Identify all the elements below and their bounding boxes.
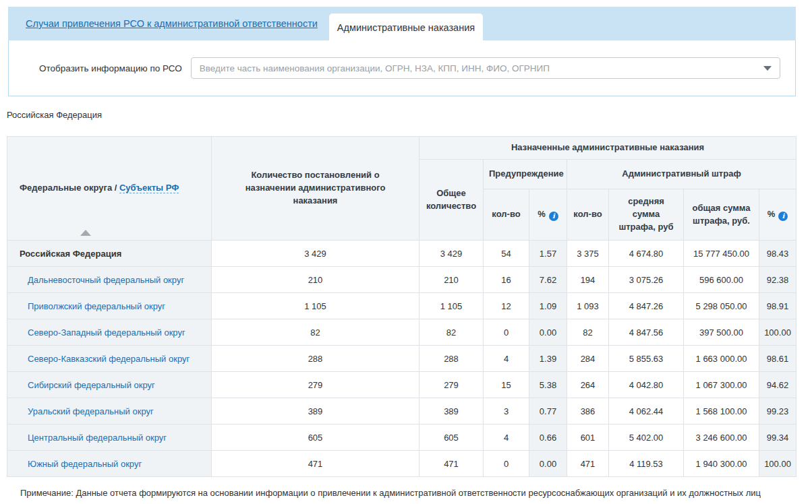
total-fine-amount-cell: 1 568 100.00 [684, 398, 759, 424]
total-fine-amount-cell: 1 067 300.00 [684, 372, 759, 398]
table-body: Российская Федерация3 4293 429541.573 37… [7, 241, 796, 477]
tab-rso-cases[interactable]: Случаи привлечения РСО к административно… [26, 7, 318, 40]
column-header-warning-percent: %i [529, 189, 567, 241]
warning-percent-cell: 0.66 [529, 424, 567, 451]
fine-count-cell: 601 [567, 424, 609, 451]
tabs-container: Случаи привлечения РСО к административно… [8, 7, 796, 96]
column-header-fine-count: кол-во [567, 189, 609, 241]
total-fine-amount-cell: 15 777 450.00 [684, 241, 759, 267]
warning-percent-cell: 1.09 [529, 293, 567, 319]
region-link[interactable]: Южный федеральный округ [28, 459, 142, 469]
sort-ascending-icon[interactable] [80, 230, 91, 236]
total-count-cell: 605 [419, 424, 484, 451]
avg-fine-amount-cell: 4 042.80 [609, 372, 684, 398]
warning-count-cell: 3 [484, 398, 529, 424]
fine-percent-cell: 100.00 [759, 319, 796, 346]
warning-percent-cell: 0.00 [529, 451, 567, 477]
warning-count-cell: 0 [484, 451, 529, 477]
fine-count-cell: 264 [567, 372, 609, 398]
table-row: Дальневосточный федеральный округ2102101… [7, 267, 796, 293]
region-link[interactable]: Дальневосточный федеральный округ [28, 275, 184, 285]
region-name-cell: Южный федеральный округ [7, 451, 212, 477]
table-row: Российская Федерация3 4293 429541.573 37… [7, 241, 796, 267]
penalties-table: Федеральные округа / Субъекты РФ Количес… [7, 136, 796, 477]
table-header: Федеральные округа / Субъекты РФ Количес… [7, 137, 796, 241]
column-group-warning: Предупреждение [484, 160, 567, 189]
avg-fine-amount-cell: 5 402.00 [609, 424, 684, 451]
fine-percent-cell: 98.91 [759, 293, 796, 319]
tab-administrative-penalties[interactable]: Административные наказания [329, 13, 483, 41]
total-count-cell: 288 [419, 346, 484, 372]
warning-percent-cell: 0.77 [529, 398, 567, 424]
fine-count-cell: 284 [567, 346, 609, 372]
total-count-cell: 471 [419, 451, 484, 477]
region-link[interactable]: Уральский федеральный округ [28, 406, 154, 416]
total-count-cell: 279 [419, 372, 484, 398]
column-header-resolutions: Количество постановлений о назначении ад… [212, 137, 419, 241]
rso-select [191, 57, 780, 79]
table-row: Северо-Западный федеральный округ828200.… [7, 319, 796, 346]
region-link[interactable]: Сибирский федеральный округ [28, 380, 155, 390]
region-link[interactable]: Северо-Кавказский федеральный округ [28, 354, 190, 364]
total-fine-amount-cell: 1 940 300.00 [684, 451, 759, 477]
column-header-regions-label: Федеральные округа / [20, 183, 119, 193]
warning-percent-cell: 0.00 [529, 319, 567, 346]
resolutions-count-cell: 210 [212, 267, 419, 293]
total-fine-amount-cell: 5 298 050.00 [684, 293, 759, 319]
table-row: Центральный федеральный округ60560540.66… [7, 424, 796, 451]
warning-percent-cell: 5.38 [529, 372, 567, 398]
column-header-avg-fine: средняя сумма штрафа, руб [609, 189, 684, 241]
region-name-cell: Приволжский федеральный округ [7, 293, 212, 319]
total-count-cell: 82 [419, 319, 484, 346]
warning-count-cell: 0 [484, 319, 529, 346]
fine-count-cell: 471 [567, 451, 609, 477]
region-link[interactable]: Центральный федеральный округ [28, 433, 167, 443]
table-row: Северо-Кавказский федеральный округ28828… [7, 346, 796, 372]
region-name-cell: Центральный федеральный округ [7, 424, 212, 451]
table-row: Южный федеральный округ47147100.004714 1… [7, 451, 796, 477]
percent-label: % [767, 209, 776, 219]
region-name-cell: Российская Федерация [7, 241, 212, 267]
region-name-cell: Северо-Западный федеральный округ [7, 319, 212, 346]
warning-count-cell: 16 [484, 267, 529, 293]
avg-fine-amount-cell: 4 119.53 [609, 451, 684, 477]
fine-percent-cell: 100.00 [759, 451, 796, 477]
table-row: Уральский федеральный округ38938930.7738… [7, 398, 796, 424]
table-row: Приволжский федеральный округ1 1051 1051… [7, 293, 796, 319]
fine-percent-cell: 98.43 [759, 241, 796, 267]
percent-label: % [538, 209, 546, 219]
resolutions-count-cell: 605 [212, 424, 419, 451]
resolutions-count-cell: 279 [212, 372, 419, 398]
total-count-cell: 3 429 [419, 241, 484, 267]
subjects-rf-link[interactable]: Субъекты РФ [119, 183, 179, 193]
region-total-label: Российская Федерация [20, 249, 121, 259]
info-icon[interactable]: i [778, 212, 788, 221]
region-name-cell: Дальневосточный федеральный округ [7, 267, 212, 293]
rso-search-input[interactable] [191, 57, 780, 79]
column-group-assigned-penalties: Назначенные административные наказания [419, 137, 796, 160]
region-name-cell: Северо-Кавказский федеральный округ [7, 346, 212, 372]
region-link[interactable]: Приволжский федеральный округ [28, 301, 165, 311]
column-header-fine-percent: %i [759, 189, 796, 241]
total-fine-amount-cell: 3 246 600.00 [684, 424, 759, 451]
total-count-cell: 389 [419, 398, 484, 424]
resolutions-count-cell: 471 [212, 451, 419, 477]
fine-percent-cell: 99.34 [759, 424, 796, 451]
total-fine-amount-cell: 596 600.00 [684, 267, 759, 293]
filter-panel: Отобразить информацию по РСО [8, 40, 796, 96]
fine-count-cell: 3 375 [567, 241, 609, 267]
warning-count-cell: 15 [484, 372, 529, 398]
warning-count-cell: 4 [484, 346, 529, 372]
warning-count-cell: 4 [484, 424, 529, 451]
column-header-total-count: Общее количество [419, 160, 484, 241]
avg-fine-amount-cell: 4 847.56 [609, 319, 684, 346]
region-link[interactable]: Северо-Западный федеральный округ [28, 327, 185, 338]
total-fine-amount-cell: 1 663 000.00 [684, 346, 759, 372]
table-row: Сибирский федеральный округ279279155.382… [7, 372, 796, 398]
region-name-cell: Сибирский федеральный округ [7, 372, 212, 398]
total-count-cell: 1 105 [419, 293, 484, 319]
info-icon[interactable]: i [549, 212, 558, 221]
warning-percent-cell: 7.62 [529, 267, 567, 293]
footnote: Примечание: Данные отчета формируются на… [20, 488, 812, 498]
filter-label: Отобразить информацию по РСО [39, 63, 182, 73]
